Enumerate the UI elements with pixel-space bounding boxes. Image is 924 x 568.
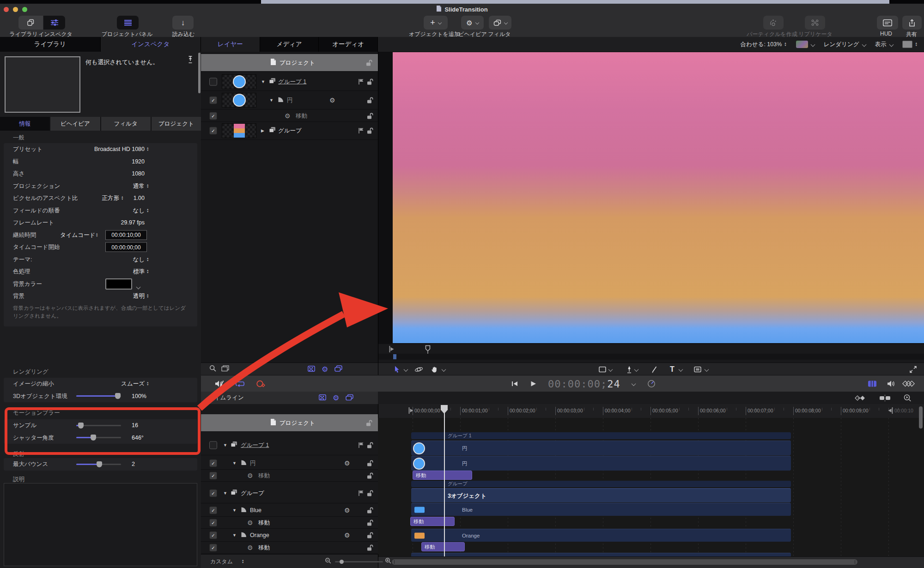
play-range-start-marker[interactable] <box>389 345 395 355</box>
share-button[interactable] <box>902 16 922 30</box>
layer-checkbox[interactable]: ✓ <box>209 459 217 467</box>
paint-stroke-tool-icon[interactable] <box>651 366 657 373</box>
timecode-field[interactable]: 00:00:10;00 <box>105 230 147 240</box>
layer-row-移動[interactable]: ✓⚙移動 <box>201 110 378 122</box>
record-icon[interactable] <box>256 380 266 388</box>
lock-icon[interactable] <box>367 472 373 479</box>
collapse-triangle[interactable]: ▼ <box>232 533 237 538</box>
slider-track[interactable] <box>76 464 121 465</box>
play-range-end-marker[interactable] <box>888 407 893 416</box>
render-menu[interactable]: レンダリング <box>824 41 866 48</box>
layer-row-移動[interactable]: ✓⚙移動 <box>201 470 378 482</box>
lock-icon[interactable] <box>366 419 372 426</box>
zoom-timeline-icon[interactable] <box>904 394 912 402</box>
collapse-triangle[interactable]: ▼ <box>232 508 237 513</box>
stepper-icon[interactable]: ▲▼ <box>146 208 149 213</box>
layer-checkbox[interactable] <box>209 78 217 86</box>
mask-tool-chevron[interactable] <box>705 368 708 371</box>
select-tool-chevron[interactable] <box>404 368 407 371</box>
mask-tool-icon[interactable] <box>694 366 701 372</box>
canvas-viewport[interactable] <box>378 52 924 344</box>
go-to-start-icon[interactable] <box>511 381 518 387</box>
lock-icon[interactable] <box>367 490 373 497</box>
behaviors-button[interactable]: ⚙ <box>461 16 484 30</box>
behaviors-applied-icon[interactable]: ⚙ <box>344 532 350 538</box>
audio-icon[interactable] <box>887 381 896 387</box>
zoom-level-control[interactable]: 合わせる: 103% ▲▼ <box>741 41 787 48</box>
subtab-プロジェクト[interactable]: プロジェクト <box>152 117 201 131</box>
timeline-bar-移動[interactable]: 移動 <box>410 517 455 526</box>
timeline-bar-移動[interactable]: 移動 <box>413 471 472 480</box>
lock-icon[interactable] <box>366 59 372 66</box>
collapse-triangle[interactable]: ▼ <box>232 461 237 465</box>
timeline-bar-Orange[interactable]: Orange <box>411 529 791 542</box>
show-behaviors-icon[interactable]: ⚙ <box>322 365 328 374</box>
slider-track[interactable] <box>76 395 121 397</box>
lock-icon[interactable] <box>367 112 373 119</box>
show-behaviors-icon[interactable]: ⚙ <box>333 394 339 402</box>
timeline-tracks[interactable]: グループ 1円円移動グループ3オブジェクトBlue移動Orange移動 <box>378 418 924 556</box>
timeline-bar-グループ 1[interactable]: グループ 1 <box>411 432 791 439</box>
layer-row-円[interactable]: ✓▼円⚙ <box>201 91 378 109</box>
timing-display-icon[interactable] <box>647 380 656 388</box>
lock-icon[interactable] <box>367 507 373 514</box>
timeline-bar-移動[interactable]: 移動 <box>421 542 465 551</box>
canvas-mini-timeline[interactable] <box>378 344 924 363</box>
slider-thumb[interactable] <box>97 461 102 467</box>
layer-checkbox[interactable]: ✓ <box>209 97 217 104</box>
inspector-button[interactable] <box>43 16 65 30</box>
layer-checkbox[interactable]: ✓ <box>209 531 217 539</box>
collapse-triangle[interactable]: ▼ <box>261 79 265 84</box>
orbit-tool-icon[interactable] <box>414 366 423 373</box>
subtab-情報[interactable]: 情報 <box>0 117 49 131</box>
make-particles-button[interactable] <box>763 16 784 30</box>
layer-checkbox[interactable]: ✓ <box>209 544 217 551</box>
pan-tool-chevron[interactable] <box>442 368 445 371</box>
flag-icon[interactable] <box>358 490 364 496</box>
behaviors-applied-icon[interactable]: ⚙ <box>329 97 335 103</box>
layer-checkbox[interactable]: ✓ <box>209 127 217 135</box>
hud-button[interactable] <box>877 16 898 30</box>
zoom-slider-thumb[interactable] <box>340 560 344 564</box>
fullscreen-icon[interactable] <box>909 365 917 373</box>
replicator-button[interactable] <box>805 16 825 30</box>
current-timecode[interactable]: 00:00:00;24 <box>548 378 620 390</box>
library-button[interactable] <box>18 16 43 30</box>
timeline-ruler[interactable]: 00:00:00;0000:00:01;0000:00:02;0000:00:0… <box>378 404 924 418</box>
mute-icon[interactable] <box>215 380 225 387</box>
flag-icon[interactable] <box>358 79 364 85</box>
collapse-triangle[interactable]: ▼ <box>223 443 227 447</box>
loop-icon[interactable] <box>235 380 245 387</box>
layer-row-グループ 1[interactable]: ▼グループ 1 <box>201 435 378 455</box>
stepper-icon[interactable]: ▲▼ <box>146 184 149 188</box>
stepper-icon[interactable]: ▲▼ <box>146 147 149 151</box>
search-icon[interactable] <box>209 365 217 374</box>
layer-checkbox[interactable]: ✓ <box>209 506 217 514</box>
tab-インスペクタ[interactable]: インスペクタ <box>101 37 201 52</box>
bezier-tool-chevron[interactable] <box>635 368 638 371</box>
tab-メディア[interactable]: メディア <box>260 37 319 52</box>
layer-row-移動[interactable]: ✓⚙移動 <box>201 517 378 529</box>
show-masks-icon[interactable] <box>308 365 315 374</box>
chevron-down-icon[interactable] <box>137 282 140 290</box>
subtab-フィルタ[interactable]: フィルタ <box>101 117 151 131</box>
tab-ライブラリ[interactable]: ライブラリ <box>0 37 101 52</box>
stepper-icon[interactable]: ▲▼ <box>96 233 98 237</box>
color-swatch[interactable] <box>105 278 132 290</box>
filters-button[interactable] <box>489 16 511 30</box>
subtab-ビヘイビア[interactable]: ビヘイビア <box>50 117 100 131</box>
stepper-icon[interactable]: ▲▼ <box>146 381 149 386</box>
layer-row-移動[interactable]: ✓⚙移動 <box>201 542 378 554</box>
render-preview-icon[interactable] <box>868 381 877 387</box>
stepper-icon[interactable]: ▲▼ <box>242 559 244 564</box>
play-range-start-marker[interactable] <box>408 407 414 416</box>
timeline-bar-円[interactable]: 円 <box>411 441 791 455</box>
expand-triangle[interactable]: ▶ <box>261 128 264 133</box>
flag-icon[interactable] <box>358 442 364 448</box>
collapse-triangle[interactable]: ▼ <box>223 491 227 495</box>
rectangle-tool-icon[interactable] <box>599 366 606 372</box>
zoom-out-icon[interactable] <box>325 557 331 566</box>
timeline-bar-stub[interactable] <box>411 553 791 556</box>
frames-icon[interactable] <box>221 365 229 374</box>
show-filters-icon[interactable] <box>346 394 353 402</box>
